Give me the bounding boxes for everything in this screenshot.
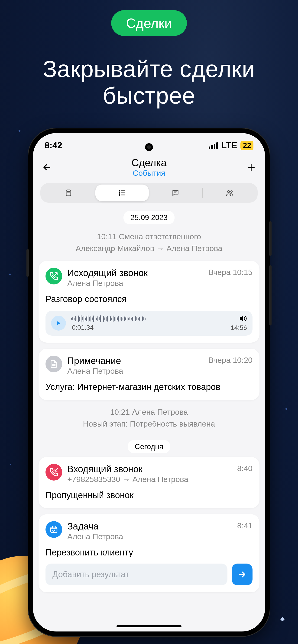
nav-header: Сделка События <box>33 153 265 180</box>
result-input[interactable]: Добавить результат <box>46 564 227 585</box>
signal-icon <box>209 142 218 149</box>
svg-point-14 <box>227 190 229 193</box>
device-side-button <box>27 249 29 277</box>
plus-icon <box>246 163 256 172</box>
volume-button[interactable] <box>239 315 247 322</box>
bg-dot <box>285 408 287 410</box>
card-title: Входящий звонок <box>67 464 232 474</box>
date-chip: 25.09.2023 <box>123 211 175 224</box>
card-subtitle: Алена Петрова <box>67 366 203 376</box>
send-button[interactable] <box>232 564 252 585</box>
svg-point-6 <box>119 190 120 191</box>
back-button[interactable] <box>40 161 53 174</box>
audio-player: 0:01.34 14:56 <box>46 311 252 336</box>
system-event: 10:21 Алена Петрова Новый этап: Потребно… <box>43 406 255 430</box>
status-battery: 22 <box>240 141 253 150</box>
marketing-badge: Сделки <box>111 10 187 36</box>
device-camera <box>145 143 153 151</box>
volume-icon <box>239 315 247 322</box>
system-event: 10:11 Смена ответственного Александр Мих… <box>43 231 255 254</box>
event-card-incoming-call[interactable]: Входящий звонок +79825835330 → Алена Пет… <box>39 457 259 508</box>
chat-icon <box>171 189 179 197</box>
card-timestamp: Вчера 10:15 <box>208 268 252 277</box>
card-timestamp: Вчера 10:20 <box>208 356 252 365</box>
card-title: Задача <box>67 521 232 532</box>
card-timestamp: 8:40 <box>237 464 252 473</box>
card-timestamp: 8:41 <box>237 521 252 530</box>
audio-elapsed: 0:01.34 <box>72 324 94 331</box>
audio-duration: 14:56 <box>231 324 247 332</box>
card-subtitle: Алена Петрова <box>67 279 203 288</box>
page-subtitle[interactable]: События <box>53 168 245 178</box>
system-event-line: 10:21 Алена Петрова <box>43 406 255 418</box>
waveform[interactable] <box>71 315 226 322</box>
card-body: Услуга: Интернет-магазин детских товаров <box>46 381 252 393</box>
device-frame: 8:42 LTE 22 Сделка События <box>28 128 270 636</box>
play-button[interactable] <box>51 316 66 330</box>
system-event-line: 10:11 Смена ответственного <box>43 231 255 242</box>
arrow-right-icon <box>238 570 246 579</box>
svg-marker-18 <box>240 316 243 321</box>
device-side-button <box>269 265 271 326</box>
system-event-line: Новый этап: Потребность выявлена <box>43 418 255 430</box>
svg-marker-17 <box>57 321 61 325</box>
card-body: Разговор состоялся <box>46 293 252 305</box>
headline-line2: быстрее <box>0 82 298 109</box>
card-subtitle: Алена Петрова <box>67 532 232 541</box>
note-icon <box>46 356 62 372</box>
system-event-line: Александр Михайлов → Алена Петрова <box>43 242 255 254</box>
svg-point-7 <box>119 193 120 193</box>
card-subtitle: +79825835330 → Алена Петрова <box>67 475 232 484</box>
svg-point-15 <box>231 191 232 192</box>
people-icon <box>225 189 234 197</box>
tab-events[interactable] <box>95 184 149 201</box>
event-card-note[interactable]: Примечание Алена Петрова Вчера 10:20 Усл… <box>39 349 259 400</box>
headline-line1: Закрывайте сделки <box>0 56 298 82</box>
svg-point-8 <box>119 195 120 196</box>
bg-star <box>280 617 285 622</box>
bg-dot <box>10 464 11 465</box>
call-out-icon <box>46 268 62 284</box>
tab-chat[interactable] <box>149 184 202 201</box>
bg-dot <box>19 130 21 132</box>
list-icon <box>118 189 126 197</box>
id-card-icon <box>65 189 72 197</box>
play-icon <box>56 320 62 326</box>
add-button[interactable] <box>245 161 258 174</box>
home-indicator <box>117 625 181 627</box>
card-body: Пропущенный звонок <box>46 490 252 501</box>
card-title: Примечание <box>67 356 203 366</box>
status-time: 8:42 <box>45 140 62 150</box>
call-in-icon <box>46 464 62 480</box>
card-title: Исходящий звонок <box>67 268 203 278</box>
timeline-content: 25.09.2023 10:11 Смена ответственного Ал… <box>33 207 265 608</box>
arrow-left-icon <box>43 163 51 172</box>
svg-rect-22 <box>51 527 57 532</box>
marketing-headline: Закрывайте сделки быстрее <box>0 56 298 109</box>
device-screen: 8:42 LTE 22 Сделка События <box>33 133 265 632</box>
event-card-task[interactable]: Задача Алена Петрова 8:41 Перезвонить кл… <box>39 514 259 592</box>
tab-contacts[interactable] <box>203 184 256 201</box>
segmented-control <box>40 183 258 202</box>
date-chip: Сегодня <box>128 440 170 453</box>
bg-dot <box>9 274 11 275</box>
event-card-outgoing-call[interactable]: Исходящий звонок Алена Петрова Вчера 10:… <box>39 261 259 343</box>
device-side-button <box>269 221 271 256</box>
card-body: Перезвонить клиенту <box>46 547 252 558</box>
page-title: Сделка <box>53 157 245 168</box>
task-icon <box>46 521 62 538</box>
tab-details[interactable] <box>42 184 95 201</box>
status-network: LTE <box>221 140 237 150</box>
